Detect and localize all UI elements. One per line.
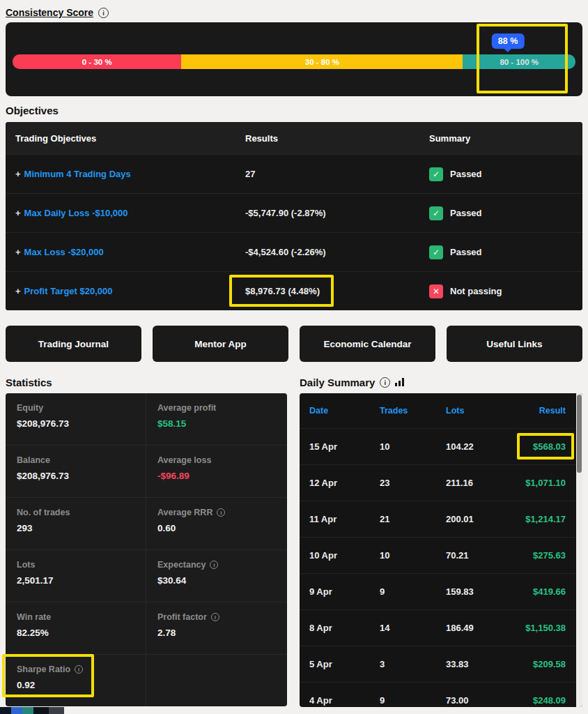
stat-equity: Equity $208,976.73 xyxy=(6,393,146,445)
mentor-app-button[interactable]: Mentor App xyxy=(153,326,288,362)
bar-chart-icon[interactable] xyxy=(395,378,404,386)
stat-value: 2,501.17 xyxy=(17,575,134,586)
daily-summary-heading: Daily Summary i xyxy=(300,376,582,388)
daily-row: 15 Apr 10 104.22 $568.03 xyxy=(300,428,582,464)
stat-value: $58.15 xyxy=(157,418,276,429)
gauge-segment-mid: 30 - 80 % xyxy=(181,54,463,69)
daily-lots: 200.01 xyxy=(446,514,523,524)
objective-row-min-trading-days: +Minimum 4 Trading Days 27 ✓ Passed xyxy=(6,154,582,193)
objective-expand-link[interactable]: +Minimum 4 Trading Days xyxy=(15,169,245,179)
stat-profit-factor: Profit factori 2.78 xyxy=(146,602,287,654)
objective-status: ✓ Passed xyxy=(429,167,573,181)
stat-value: 0.60 xyxy=(157,523,276,533)
stat-label: Average profit xyxy=(157,403,216,413)
info-icon[interactable]: i xyxy=(210,561,218,569)
daily-row: 5 Apr 3 33.83 $209.58 xyxy=(300,646,582,682)
stat-no-of-trades: No. of trades 293 xyxy=(6,498,146,549)
objective-result: $8,976.73 (4.48%) xyxy=(245,286,429,296)
statistics-heading: Statistics xyxy=(6,376,287,388)
stat-value: -$96.89 xyxy=(157,471,276,481)
daily-date: 5 Apr xyxy=(309,659,380,669)
status-label: Not passing xyxy=(450,286,502,296)
stat-value: $208,976.73 xyxy=(17,418,134,429)
objectives-table-header: Trading Objectives Results Summary xyxy=(6,122,582,154)
stat-value: 0.92 xyxy=(17,680,134,690)
consistency-gauge: 0 - 30 % 30 - 80 % 80 - 100 % 88 % xyxy=(13,54,575,69)
info-icon[interactable]: i xyxy=(380,377,390,388)
trading-journal-button[interactable]: Trading Journal xyxy=(6,326,141,362)
stat-value: $30.64 xyxy=(157,575,276,586)
stat-balance: Balance $208,976.73 xyxy=(6,446,146,497)
daily-row: 11 Apr 21 200.01 $1,214.17 xyxy=(300,501,582,537)
daily-summary-title: Daily Summary xyxy=(300,377,375,388)
daily-date: 4 Apr xyxy=(309,695,380,706)
gauge-segment-high: 80 - 100 % xyxy=(463,54,575,69)
daily-row: 9 Apr 9 159.83 $419.66 xyxy=(300,573,582,609)
daily-result: $1,214.17 xyxy=(523,514,566,524)
daily-lots: 186.49 xyxy=(446,623,523,633)
objective-expand-link[interactable]: +Profit Target $20,000 xyxy=(15,286,245,296)
info-icon[interactable]: i xyxy=(217,508,225,517)
daily-lots: 104.22 xyxy=(446,441,523,452)
daily-summary-section: Daily Summary i Date Trades Lots Result … xyxy=(300,376,582,707)
useful-links-button[interactable]: Useful Links xyxy=(447,326,582,362)
stat-label: Average loss xyxy=(157,455,211,465)
stat-label: Equity xyxy=(17,403,43,413)
status-label: Passed xyxy=(450,169,482,179)
objective-row-max-loss: +Max Loss -$20,000 -$4,524.60 (-2.26%) ✓… xyxy=(6,232,582,271)
daily-result: $568.03 xyxy=(523,441,566,452)
col-summary: Summary xyxy=(429,133,573,144)
stat-value: 293 xyxy=(17,523,134,533)
stats-row: Equity $208,976.73 Average profit $58.15 xyxy=(6,393,287,446)
economic-calendar-button[interactable]: Economic Calendar xyxy=(300,326,435,362)
daily-date: 12 Apr xyxy=(309,478,380,488)
objective-row-profit-target: +Profit Target $20,000 $8,976.73 (4.48%)… xyxy=(6,271,582,310)
plus-icon: + xyxy=(15,247,21,257)
objective-expand-link[interactable]: +Max Loss -$20,000 xyxy=(15,247,245,257)
daily-lots: 159.83 xyxy=(446,586,523,597)
daily-date: 8 Apr xyxy=(309,623,380,633)
plus-icon: + xyxy=(15,286,21,296)
daily-trades: 9 xyxy=(380,586,446,597)
scrollbar-track[interactable] xyxy=(576,393,582,707)
objective-status: ✕ Not passing xyxy=(429,284,573,298)
objective-label: Max Daily Loss -$10,000 xyxy=(24,208,128,218)
bottom-columns: Statistics Equity $208,976.73 Average pr… xyxy=(6,376,582,707)
objective-result: -$5,747.90 (-2.87%) xyxy=(245,208,429,218)
cross-icon: ✕ xyxy=(429,284,443,298)
objective-label: Max Loss -$20,000 xyxy=(24,247,104,257)
col-results: Results xyxy=(245,133,429,144)
info-icon[interactable]: i xyxy=(98,8,109,18)
daily-trades: 3 xyxy=(380,659,446,669)
info-icon[interactable]: i xyxy=(211,613,219,621)
daily-lots: 211.16 xyxy=(446,478,523,488)
daily-trades: 10 xyxy=(380,441,446,452)
stats-row: No. of trades 293 Average RRRi 0.60 xyxy=(6,498,287,550)
daily-row: 8 Apr 14 186.49 $1,150.38 xyxy=(300,609,582,646)
daily-date: 11 Apr xyxy=(309,514,380,524)
daily-result: $419.66 xyxy=(523,586,566,597)
scrollbar-thumb[interactable] xyxy=(577,395,582,473)
consistency-score-panel: 0 - 30 % 30 - 80 % 80 - 100 % 88 % xyxy=(6,22,582,96)
objective-status: ✓ Passed xyxy=(429,245,573,259)
stat-average-rrr: Average RRRi 0.60 xyxy=(146,498,287,549)
daily-lots: 70.21 xyxy=(446,550,523,561)
objective-expand-link[interactable]: +Max Daily Loss -$10,000 xyxy=(15,208,245,218)
stat-label: Profit factor xyxy=(157,612,207,622)
gauge-segment-low-label: 0 - 30 % xyxy=(82,58,112,66)
plus-icon: + xyxy=(15,208,21,218)
info-icon[interactable]: i xyxy=(75,665,83,674)
objectives-heading: Objectives xyxy=(6,105,582,116)
consistency-score-header: Consistency Score i xyxy=(0,0,588,22)
daily-result: $209.58 xyxy=(523,659,566,669)
check-icon: ✓ xyxy=(429,206,443,220)
check-icon: ✓ xyxy=(429,167,443,181)
daily-date: 15 Apr xyxy=(309,441,380,452)
gauge-segment-low: 0 - 30 % xyxy=(13,54,181,69)
daily-lots: 33.83 xyxy=(446,659,523,669)
objective-row-max-daily-loss: +Max Daily Loss -$10,000 -$5,747.90 (-2.… xyxy=(6,193,582,232)
stat-label: Sharpe Ratio xyxy=(17,664,70,674)
stat-expectancy: Expectancyi $30.64 xyxy=(146,550,287,602)
daily-result: $275.63 xyxy=(523,550,566,561)
col-result: Result xyxy=(523,406,566,416)
